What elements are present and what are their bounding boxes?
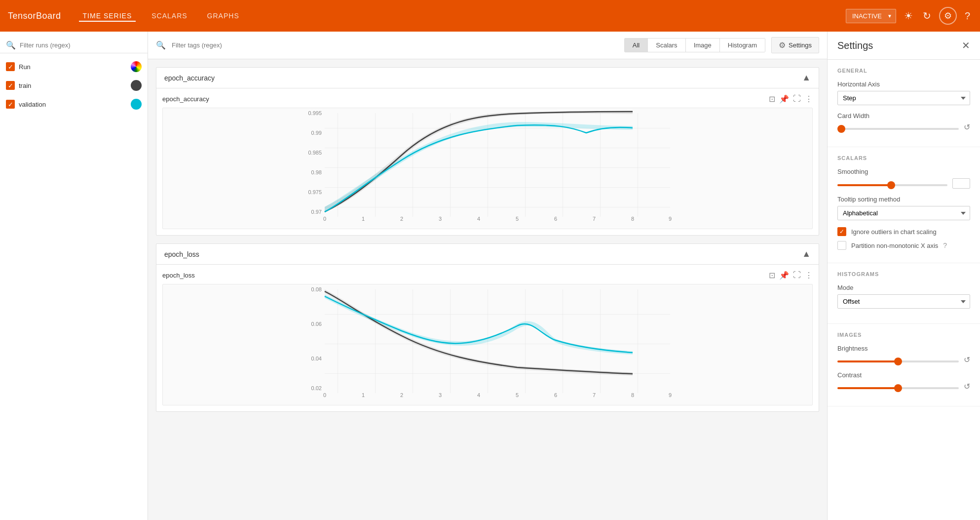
- inactive-dropdown[interactable]: INACTIVE: [846, 9, 896, 23]
- settings-images-section: IMAGES Brightness ↺ Contrast ↺: [828, 324, 980, 406]
- partition-help-icon[interactable]: ?: [943, 241, 947, 249]
- svg-text:1: 1: [362, 216, 365, 222]
- tab-scalars[interactable]: Scalars: [648, 39, 685, 52]
- settings-open-button[interactable]: ⚙ Settings: [771, 37, 819, 53]
- run-color-palette: [131, 61, 142, 72]
- loss-svg: 0.08 0.06 0.04 0.02 0 1 2 3 4 5 6: [163, 284, 812, 403]
- horizontal-axis-row: Horizontal Axis StepRelativeWall: [837, 80, 970, 105]
- filter-tags-input[interactable]: [172, 41, 392, 49]
- top-navigation: TensorBoard TIME SERIES SCALARS GRAPHS I…: [0, 0, 980, 32]
- partition-label: Partition non-monotonic X axis: [851, 242, 938, 249]
- smoothing-row: Smoothing 0.49: [837, 168, 970, 189]
- svg-text:0: 0: [323, 216, 326, 222]
- settings-button-topnav[interactable]: ⚙: [939, 7, 957, 25]
- brightness-slider[interactable]: [837, 360, 959, 362]
- main-content: 🔍 All Scalars Image Histogram ⚙ Settings…: [148, 32, 827, 520]
- chart-group-epoch-loss: epoch_loss ▲ epoch_loss ⊡ 📌 ⛶ ⋮: [156, 243, 819, 412]
- card-loss-icon-image[interactable]: ⊡: [769, 271, 775, 280]
- smoothing-slider[interactable]: [837, 184, 947, 186]
- svg-text:0.99: 0.99: [311, 130, 322, 136]
- svg-text:0.98: 0.98: [311, 169, 322, 175]
- chart-group-header-loss[interactable]: epoch_loss ▲: [156, 244, 819, 265]
- card-width-row: Card Width ↺: [837, 112, 970, 132]
- brightness-slider-row: ↺: [837, 355, 970, 364]
- chart-svg-accuracy: 0.995 0.99 0.985 0.98 0.975 0.97 0 1 2 3…: [162, 108, 813, 229]
- chart-group-header-accuracy[interactable]: epoch_accuracy ▲: [156, 68, 819, 88]
- svg-text:3: 3: [439, 392, 442, 398]
- svg-text:9: 9: [669, 392, 672, 398]
- tab-histogram[interactable]: Histogram: [720, 39, 765, 52]
- card-width-slider-wrap: [837, 123, 959, 132]
- svg-text:0.995: 0.995: [308, 110, 322, 116]
- run-checkbox-run[interactable]: ✓: [6, 62, 15, 71]
- chart-card-accuracy: epoch_accuracy ⊡ 📌 ⛶ ⋮: [156, 88, 819, 235]
- card-loss-icon-pin[interactable]: 📌: [779, 271, 789, 280]
- contrast-label: Contrast: [837, 371, 970, 379]
- card-title-loss: epoch_loss: [162, 272, 769, 279]
- card-icon-image[interactable]: ⊡: [769, 94, 775, 104]
- card-icon-more[interactable]: ⋮: [805, 94, 813, 104]
- run-item-validation[interactable]: ✓ validation: [0, 95, 148, 114]
- tooltip-sort-row: Tooltip sorting method AlphabeticalAscen…: [837, 196, 970, 220]
- contrast-slider[interactable]: [837, 387, 959, 389]
- chart-group-epoch-accuracy: epoch_accuracy ▲ epoch_accuracy ⊡ 📌 ⛶ ⋮: [156, 67, 819, 236]
- smoothing-label: Smoothing: [837, 168, 970, 175]
- partition-checkbox[interactable]: [837, 241, 846, 250]
- chart-card-header-loss: epoch_loss ⊡ 📌 ⛶ ⋮: [162, 271, 813, 280]
- tab-all[interactable]: All: [625, 39, 648, 52]
- svg-text:0.06: 0.06: [311, 321, 322, 327]
- card-loss-icon-fullscreen[interactable]: ⛶: [793, 271, 801, 280]
- settings-histograms-title: HISTOGRAMS: [837, 271, 970, 277]
- run-label-run: Run: [19, 63, 127, 71]
- help-button[interactable]: ?: [963, 8, 972, 24]
- charts-area: epoch_accuracy ▲ epoch_accuracy ⊡ 📌 ⛶ ⋮: [148, 59, 827, 520]
- theme-button[interactable]: ☀: [902, 8, 915, 24]
- svg-text:8: 8: [631, 392, 634, 398]
- card-width-slider[interactable]: [837, 128, 959, 130]
- card-icon-pin[interactable]: 📌: [779, 94, 789, 104]
- horizontal-axis-select[interactable]: StepRelativeWall: [837, 91, 970, 105]
- svg-text:5: 5: [516, 216, 519, 222]
- tab-image[interactable]: Image: [686, 39, 720, 52]
- svg-text:0.02: 0.02: [311, 385, 322, 391]
- run-item-train[interactable]: ✓ train: [0, 76, 148, 95]
- svg-text:4: 4: [477, 216, 480, 222]
- run-item-run[interactable]: ✓ Run: [0, 57, 148, 76]
- histogram-mode-select[interactable]: OffsetOverlay: [837, 294, 970, 309]
- card-width-reset[interactable]: ↺: [964, 122, 970, 132]
- card-title-accuracy: epoch_accuracy: [162, 95, 769, 103]
- card-width-slider-row: ↺: [837, 122, 970, 132]
- sidebar-search-input[interactable]: [20, 41, 142, 49]
- ignore-outliers-checkbox[interactable]: ✓: [837, 227, 846, 236]
- card-icon-fullscreen[interactable]: ⛶: [793, 94, 801, 104]
- run-checkbox-validation[interactable]: ✓: [6, 100, 15, 109]
- chart-card-loss: epoch_loss ⊡ 📌 ⛶ ⋮: [156, 265, 819, 411]
- tooltip-sort-select[interactable]: AlphabeticalAscendingDescendingNone: [837, 206, 970, 220]
- brightness-reset[interactable]: ↺: [964, 355, 970, 364]
- svg-text:0.97: 0.97: [311, 209, 322, 215]
- svg-text:0: 0: [323, 392, 326, 398]
- contrast-reset[interactable]: ↺: [964, 382, 970, 391]
- refresh-button[interactable]: ↻: [921, 8, 933, 24]
- filter-bar: 🔍 All Scalars Image Histogram ⚙ Settings: [148, 32, 827, 59]
- card-loss-icon-more[interactable]: ⋮: [805, 271, 813, 280]
- smoothing-value[interactable]: 0.49: [952, 178, 970, 189]
- settings-scalars-section: SCALARS Smoothing 0.49 Tooltip sorting m…: [828, 147, 980, 263]
- svg-text:1: 1: [362, 392, 365, 398]
- run-label-train: train: [19, 82, 127, 89]
- run-checkbox-train[interactable]: ✓: [6, 81, 15, 90]
- svg-text:6: 6: [554, 392, 557, 398]
- chart-card-header-accuracy: epoch_accuracy ⊡ 📌 ⛶ ⋮: [162, 94, 813, 104]
- svg-text:6: 6: [554, 216, 557, 222]
- nav-time-series[interactable]: TIME SERIES: [79, 10, 136, 22]
- svg-text:0.08: 0.08: [311, 286, 322, 292]
- card-actions-accuracy: ⊡ 📌 ⛶ ⋮: [769, 94, 813, 104]
- nav-scalars[interactable]: SCALARS: [148, 10, 191, 22]
- nav-graphs[interactable]: GRAPHS: [203, 10, 243, 22]
- group-title-loss: epoch_loss: [164, 250, 802, 258]
- settings-close-button[interactable]: ✕: [962, 40, 970, 51]
- inactive-dropdown-wrap[interactable]: INACTIVE: [846, 9, 896, 23]
- mode-row: Mode OffsetOverlay: [837, 284, 970, 309]
- svg-text:0.04: 0.04: [311, 356, 322, 361]
- svg-text:7: 7: [593, 392, 596, 398]
